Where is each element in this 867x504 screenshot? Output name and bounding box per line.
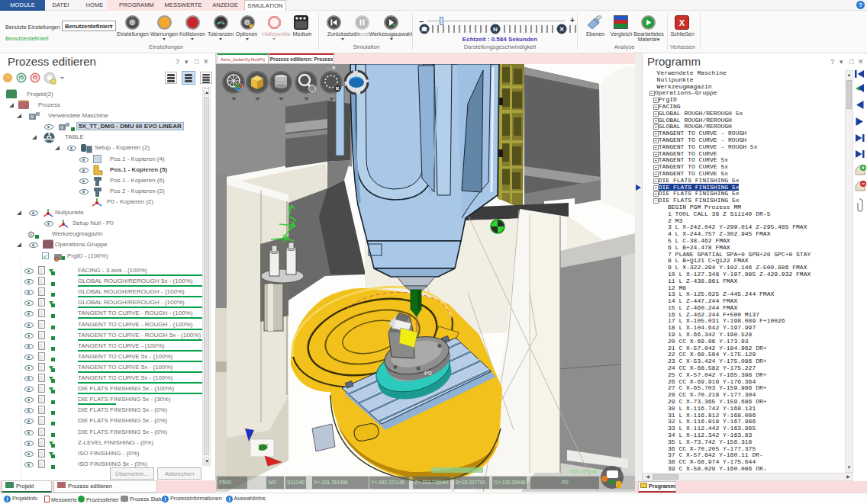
- svg-text:c: c: [20, 75, 24, 82]
- svg-text:✕: ✕: [559, 26, 565, 33]
- svg-text:P0: P0: [562, 480, 569, 485]
- svg-text:Y=-342.371146: Y=-342.371146: [371, 480, 405, 485]
- svg-text:Z=-333.715049: Z=-333.715049: [414, 480, 449, 485]
- svg-text:⚙: ⚙: [129, 18, 136, 27]
- svg-text:F500: F500: [219, 480, 231, 485]
- svg-text:B=18.337793: B=18.337793: [456, 480, 485, 485]
- svg-text:X=-331.761496: X=-331.761496: [314, 480, 348, 485]
- svg-text:⚙: ⚙: [27, 230, 36, 239]
- svg-text:M3: M3: [269, 480, 276, 485]
- svg-text:◌: ◌: [326, 65, 330, 72]
- svg-text:C=-130.26446: C=-130.26446: [494, 480, 526, 485]
- svg-text:c: c: [34, 75, 37, 82]
- svg-text:c: c: [6, 75, 10, 82]
- svg-text:00h 05:10s: 00h 05:10s: [570, 469, 597, 474]
- svg-text:P0: P0: [424, 370, 432, 377]
- svg-text:S11140: S11140: [287, 480, 305, 485]
- svg-text:■: ■: [332, 65, 335, 70]
- svg-text:N: N: [493, 26, 498, 33]
